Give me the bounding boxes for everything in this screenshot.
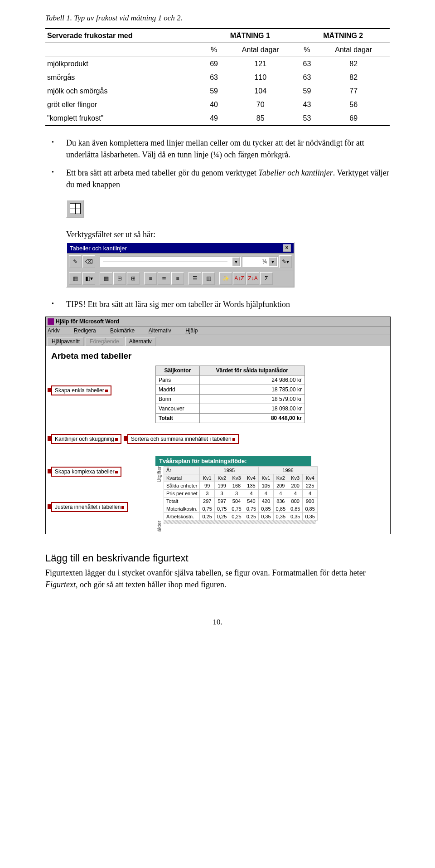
toolbar-close-button[interactable]: × [283, 244, 291, 252]
chevron-down-icon[interactable]: ▾ [269, 257, 277, 266]
pen-color-icon[interactable]: ✎▾ [279, 255, 292, 268]
line-width-combo[interactable]: ¼ ▾ [242, 256, 278, 267]
menu-bokmarke[interactable]: Bokmärke [110, 327, 141, 334]
table-row: mjölkprodukt691216382 [45, 57, 390, 71]
tab-foregaende: Föregående [86, 337, 123, 346]
tulip-table: Säljkontor Värdet för sålda tulpanlådor … [155, 366, 305, 423]
tables-borders-toolbar: Tabeller och kantlinjer × ✎ ⌫ ▾ ¼ ▾ ✎▾ ▦… [66, 242, 295, 288]
tables-toolbar-button-icon[interactable] [66, 200, 84, 218]
help-link-sortera[interactable]: Sortera och summera innehållet i tabelle… [127, 434, 238, 444]
tbl1-h2: MÄTNING 1 [203, 29, 296, 43]
toolbar-title: Tabeller och kantlinjer [70, 245, 127, 252]
tbl1-h3: MÄTNING 2 [297, 29, 390, 43]
help-link-komplexa[interactable]: Skapa komplexa tabeller [51, 467, 121, 477]
plan-table: År19951996KvartalKv1Kv2Kv3Kv4Kv1Kv2Kv3Kv… [164, 466, 318, 521]
align-bot-icon[interactable]: ≡ [171, 272, 184, 285]
word-help-window: Hjälp för Microsoft Word Arkiv Redigera … [45, 317, 391, 534]
help-link-enkla[interactable]: Skapa enkla tabeller [51, 385, 111, 395]
help-link-justera[interactable]: Justera innehållet i tabellen [51, 502, 128, 512]
side-label-utgifter: Utgifter [155, 466, 163, 482]
pencil-icon[interactable]: ✎ [69, 255, 82, 268]
insert-table-icon[interactable]: ▦ [100, 272, 112, 285]
help-link-kantlinjer[interactable]: Kantlinjer och skuggning [51, 434, 121, 444]
tbl1-sub4: Antal dagar [317, 43, 390, 57]
menu-hjalp[interactable]: Hjälp [185, 327, 204, 334]
eraser-icon[interactable]: ⌫ [82, 255, 95, 268]
tbl1-h1: Serverade frukostar med [45, 29, 203, 43]
align-top-icon[interactable]: ≡ [144, 272, 157, 285]
sort-desc-icon[interactable]: Z↓A [246, 272, 259, 285]
sort-asc-icon[interactable]: A↓Z [233, 272, 246, 285]
merge-cells-icon[interactable]: ⊟ [113, 272, 126, 285]
teal-header: Tvåårsplan för betalningsflöde: [155, 456, 311, 466]
help-heading: Arbeta med tabeller [51, 351, 385, 361]
tab-alternativ[interactable]: Alternativ [125, 337, 156, 346]
section-p-b: , och gör så att texten håller ihop med … [76, 580, 226, 589]
menu-arkiv[interactable]: Arkiv [48, 327, 66, 334]
toolbar-subhead: Verktygsfältet ser ut så här: [66, 230, 390, 239]
section-p-a: Figurtexten lägger du i stycket ovanför … [45, 568, 366, 577]
table-row: Madrid18 785,00 kr [156, 385, 305, 395]
menu-alternativ[interactable]: Alternativ [149, 327, 178, 334]
tab-hjalpavsnitt[interactable]: Hjälpavsnitt [48, 337, 84, 346]
help-title: Hjälp för Microsoft Word [56, 318, 119, 325]
table-row: Vancouver18 098,00 kr [156, 404, 305, 414]
section-para: Figurtexten lägger du i stycket ovanför … [45, 567, 390, 590]
breakfast-table: Serverade frukostar med MÄTNING 1 MÄTNIN… [45, 28, 390, 126]
line-style-combo[interactable]: ▾ [100, 256, 241, 267]
bullet-2-italic: Tabeller och kantlinjer [258, 168, 333, 177]
dist-cols-icon[interactable]: ▥ [202, 272, 215, 285]
bullet-2-a: Ett bra sätt att arbeta med tabeller gör… [66, 168, 258, 177]
align-mid-icon[interactable]: ≣ [158, 272, 170, 285]
tulip-h2: Värdet för sålda tulpanlådor [199, 366, 304, 375]
side-label-akter: äkter [155, 521, 163, 532]
bullet-2: Ett bra sätt att arbeta med tabeller gör… [45, 167, 390, 190]
section-p-italic: Figurtext [45, 580, 76, 589]
table-row: Paris24 986,00 kr [156, 375, 305, 385]
help-book-icon [48, 318, 54, 325]
page-number: 10. [45, 618, 390, 627]
table-row: gröt eller flingor40704356 [45, 98, 390, 112]
table-cutoff [164, 520, 316, 524]
menu-redigera[interactable]: Redigera [74, 327, 102, 334]
tbl1-sub1: % [203, 43, 224, 57]
table-row: smörgås631106382 [45, 71, 390, 84]
table-row: Bonn18 579,00 kr [156, 395, 305, 404]
border-icon[interactable]: ▦ [69, 272, 82, 285]
table-row: "komplett frukost"49855369 [45, 112, 390, 126]
autosum-icon[interactable]: Σ [260, 272, 273, 285]
fill-icon[interactable]: ◧▾ [82, 272, 95, 285]
split-cells-icon[interactable]: ⊞ [127, 272, 140, 285]
line-width-value: ¼ [262, 258, 267, 265]
tbl1-sub3: % [297, 43, 318, 57]
bullet-tips: TIPS! Ett bra sätt att lära sig mer om t… [45, 298, 390, 310]
chevron-down-icon[interactable]: ▾ [232, 257, 240, 266]
tulip-h1: Säljkontor [156, 366, 200, 375]
dist-rows-icon[interactable]: ☰ [188, 272, 201, 285]
table-row: mjölk och smörgås591045977 [45, 84, 390, 98]
tbl1-sub2: Antal dagar [224, 43, 297, 57]
bullet-1: Du kan även komplettera med linjer mella… [45, 137, 390, 161]
section-heading: Lägg till en beskrivande figurtext [45, 552, 390, 564]
tips-text: TIPS! Ett bra sätt att lära sig mer om t… [66, 300, 290, 309]
help-menubar[interactable]: Arkiv Redigera Bokmärke Alternativ Hjälp [46, 327, 390, 335]
table-caption: Tabell 1. Typ av frukost vid mätning 1 o… [45, 14, 390, 23]
autoformat-icon[interactable]: ✨ [219, 272, 232, 285]
bullet-1-text: Du kan även komplettera med linjer mella… [66, 138, 364, 159]
table-row-total: Totalt80 448,00 kr [156, 414, 305, 423]
